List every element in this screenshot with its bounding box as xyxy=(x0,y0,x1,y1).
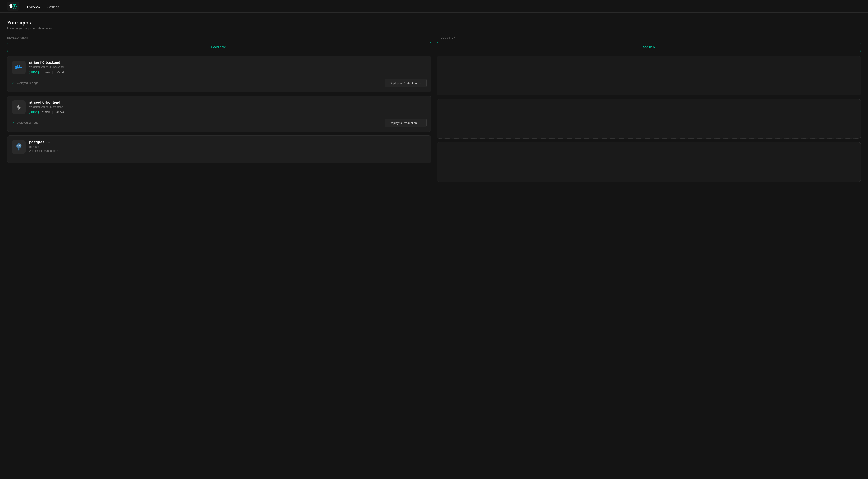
page-title: Your apps xyxy=(7,20,861,26)
postgres-app-name: postgres v15 xyxy=(29,140,427,144)
logo-brackets: {/} xyxy=(12,3,17,9)
frontend-status-check-icon: ✓ xyxy=(12,121,15,125)
prod-plus-icon-2: + xyxy=(647,116,650,122)
frontend-deploy-arrow: → xyxy=(418,121,422,125)
status-check-icon: ✓ xyxy=(12,81,15,85)
backend-deploy-status: ✓ Deployed 19h ago xyxy=(12,81,38,85)
prod-add-new-button[interactable]: + Add new... xyxy=(437,42,861,52)
backend-deploy-label: Deploy to Production xyxy=(390,82,417,85)
dev-add-new-button[interactable]: + Add new... xyxy=(7,42,431,52)
backend-commit: 551c5d xyxy=(55,71,64,74)
svg-rect-3 xyxy=(17,65,18,66)
apps-columns: DEVELOPMENT + Add new... xyxy=(7,36,861,185)
docker-icon xyxy=(15,63,23,71)
prod-empty-slot-2[interactable]: + xyxy=(437,99,861,139)
frontend-app-name: stripe-fl0-frontend xyxy=(29,100,427,104)
svg-rect-0 xyxy=(16,66,17,68)
backend-repo-icon: ⌥ xyxy=(29,66,32,69)
svg-point-11 xyxy=(19,145,20,146)
postgres-region: Asia Pacific (Singapore) xyxy=(29,149,427,152)
logo: fl{/} xyxy=(7,2,19,11)
db-icon: ▣ xyxy=(29,145,32,148)
frontend-card-bottom: ✓ Deployed 19h ago Deploy to Production … xyxy=(12,119,427,127)
svg-point-6 xyxy=(21,67,22,67)
frontend-auto-badge: AUTO xyxy=(29,111,39,114)
prod-plus-icon-3: + xyxy=(647,159,650,165)
backend-separator: | xyxy=(52,70,53,74)
prod-empty-slot-3[interactable]: + xyxy=(437,142,861,182)
backend-app-name: stripe-fl0-backend xyxy=(29,61,427,65)
frontend-app-repo: ⌥ dalefl0/stripe-fl0-frontend xyxy=(29,106,427,109)
app-card-frontend: stripe-fl0-frontend ⌥ dalefl0/stripe-fl0… xyxy=(7,96,431,132)
backend-auto-badge: AUTO xyxy=(29,71,39,74)
frontend-app-icon xyxy=(12,100,26,114)
backend-deploy-arrow: → xyxy=(418,81,422,85)
app-card-frontend-top: stripe-fl0-frontend ⌥ dalefl0/stripe-fl0… xyxy=(12,100,427,114)
prod-empty-slot-1[interactable]: + xyxy=(437,56,861,95)
main-content: Your apps Manage your apps and databases… xyxy=(0,13,868,193)
prod-plus-icon-1: + xyxy=(647,72,650,79)
svg-marker-7 xyxy=(17,104,21,110)
postgres-provider: ▣ Neon xyxy=(29,145,427,148)
svg-point-10 xyxy=(18,145,18,146)
postgres-icon xyxy=(15,143,23,151)
development-header: DEVELOPMENT xyxy=(7,36,431,39)
frontend-repo-icon: ⌥ xyxy=(29,106,32,109)
frontend-deploy-status: ✓ Deployed 19h ago xyxy=(12,121,38,125)
tab-overview[interactable]: Overview xyxy=(26,2,41,12)
backend-app-repo: ⌥ dalefl0/stripe-fl0-backend xyxy=(29,66,427,69)
frontend-deploy-label: Deploy to Production xyxy=(390,121,417,125)
lightning-icon xyxy=(16,104,22,110)
backend-deploy-button[interactable]: Deploy to Production → xyxy=(385,79,427,87)
tab-settings[interactable]: Settings xyxy=(46,2,60,12)
logo-text: fl{/} xyxy=(9,3,17,9)
postgres-version: v15 xyxy=(46,141,51,144)
header: fl{/} Overview Settings xyxy=(0,0,868,13)
backend-app-meta: AUTO ⎇ main | 551c5d xyxy=(29,70,427,74)
backend-app-icon xyxy=(12,61,26,74)
backend-card-bottom: ✓ Deployed 19h ago Deploy to Production … xyxy=(12,79,427,87)
postgres-app-icon xyxy=(12,140,26,154)
postgres-app-info: postgres v15 ▣ Neon Asia Pacific (Singap… xyxy=(29,140,427,152)
frontend-commit: 64b774 xyxy=(55,111,64,114)
branch-icon: ⎇ xyxy=(40,71,43,74)
frontend-app-meta: AUTO ⎇ main | 64b774 xyxy=(29,110,427,114)
frontend-app-info: stripe-fl0-frontend ⌥ dalefl0/stripe-fl0… xyxy=(29,100,427,114)
production-header: PRODUCTION xyxy=(437,36,861,39)
app-card-postgres-top: postgres v15 ▣ Neon Asia Pacific (Singap… xyxy=(12,140,427,154)
svg-point-9 xyxy=(17,144,21,148)
app-card-postgres: postgres v15 ▣ Neon Asia Pacific (Singap… xyxy=(7,136,431,163)
svg-rect-4 xyxy=(19,65,20,66)
app-card-backend-top: stripe-fl0-backend ⌥ dalefl0/stripe-fl0-… xyxy=(12,61,427,74)
frontend-separator: | xyxy=(52,110,53,114)
page-subtitle: Manage your apps and databases. xyxy=(7,27,861,30)
main-nav: Overview Settings xyxy=(26,0,65,12)
development-column: DEVELOPMENT + Add new... xyxy=(7,36,431,185)
frontend-branch: ⎇ main xyxy=(40,111,51,114)
frontend-deploy-button[interactable]: Deploy to Production → xyxy=(385,119,427,127)
app-card-backend: stripe-fl0-backend ⌥ dalefl0/stripe-fl0-… xyxy=(7,56,431,92)
frontend-branch-icon: ⎇ xyxy=(40,111,43,114)
backend-branch: ⎇ main xyxy=(40,71,51,74)
production-column: PRODUCTION + Add new... + + + xyxy=(437,36,861,185)
backend-app-info: stripe-fl0-backend ⌥ dalefl0/stripe-fl0-… xyxy=(29,61,427,74)
